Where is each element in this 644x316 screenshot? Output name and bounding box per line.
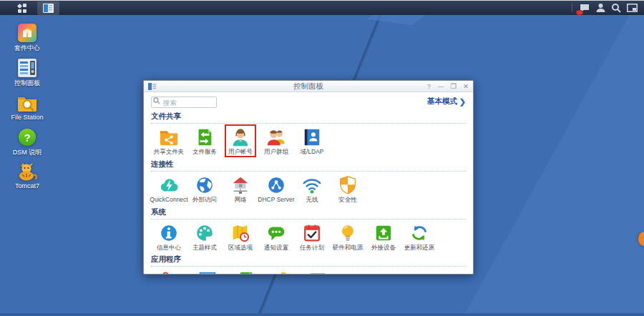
- search-button[interactable]: [610, 1, 623, 14]
- search-field-wrap: [151, 95, 217, 109]
- background-bottom-strip: [0, 313, 644, 316]
- section-title-connectivity: 连接性: [151, 157, 466, 172]
- window-controls: ? — ❐ ✕: [427, 81, 469, 92]
- file-station-icon: [17, 94, 37, 112]
- desktop-icon-label: DSM 说明: [13, 148, 42, 157]
- user-menu-button[interactable]: [594, 1, 607, 14]
- search-icon: [611, 3, 621, 13]
- desktop-icon-label: File Station: [11, 114, 43, 121]
- cp-item-shared-folder-sync[interactable]: 共享文件夹同步: [264, 270, 300, 274]
- privileges-icon: [159, 270, 179, 274]
- search-input[interactable]: [151, 97, 217, 108]
- desktop-icon-label: Tomcat7: [15, 182, 39, 189]
- cp-item-application-portal[interactable]: Synology 应用程序门户: [187, 270, 228, 274]
- cp-item-label: 硬件和电源: [333, 245, 364, 252]
- domain-ldap-icon: [302, 127, 322, 147]
- section-row-applications: 权限 Synology 应用程序门户: [151, 267, 466, 274]
- cp-item-network[interactable]: 网络: [223, 175, 258, 204]
- cp-item-label: 外接设备: [371, 245, 396, 252]
- cp-item-index-service[interactable]: 索引服务: [228, 270, 264, 274]
- cp-item-label: 区域选项: [228, 245, 253, 252]
- taskbar-tray: [572, 1, 644, 14]
- notifications-button[interactable]: [578, 1, 591, 14]
- cp-item-shared-folder[interactable]: 共享文件夹: [151, 127, 187, 156]
- cp-item-task-scheduler[interactable]: 任务计划: [294, 223, 330, 252]
- section-row-system: 信息中心 主题样式: [151, 219, 466, 253]
- control-panel-window: 控制面板 ? — ❐ ✕ 基本模式 ❯ 文件共享: [143, 80, 474, 275]
- tomcat-icon: [16, 162, 38, 181]
- cp-item-quickconnect[interactable]: QuickConnect: [151, 175, 187, 204]
- cp-item-domain-ldap[interactable]: 域/LDAP: [294, 127, 330, 156]
- control-panel-body: 文件共享 共享文件夹: [144, 109, 473, 274]
- svg-text:?: ?: [24, 132, 30, 144]
- cp-item-user-account[interactable]: 用户帐号: [223, 127, 258, 156]
- package-center-icon: [18, 24, 36, 42]
- desktop-icon-package-center[interactable]: 套件中心: [4, 24, 50, 53]
- task-scheduler-icon: [302, 223, 322, 243]
- shared-folder-icon: [159, 127, 179, 147]
- external-devices-icon: [374, 223, 394, 243]
- cp-item-update-restore[interactable]: 更新和还原: [401, 223, 437, 252]
- theme-icon: [195, 223, 215, 243]
- cp-item-user-group[interactable]: 用户群组: [258, 127, 294, 156]
- search-icon: [153, 97, 160, 104]
- main-menu-button[interactable]: [11, 1, 33, 16]
- pilot-view-button[interactable]: [625, 1, 638, 14]
- minimize-button[interactable]: —: [437, 81, 444, 92]
- chevron-right-icon: ❯: [459, 97, 466, 107]
- cp-item-security[interactable]: 安全性: [330, 175, 366, 204]
- security-icon: [338, 175, 358, 195]
- control-panel-window-icon: [43, 4, 54, 13]
- cp-item-label: 共享文件夹: [154, 149, 185, 156]
- terminal-snmp-icon: >_: [308, 270, 328, 274]
- section-row-file-sharing: 共享文件夹 文件服务: [151, 124, 466, 157]
- file-services-icon: [195, 127, 215, 147]
- update-restore-icon: [409, 223, 429, 243]
- window-titlebar[interactable]: 控制面板 ? — ❐ ✕: [144, 81, 473, 92]
- basic-mode-label: 基本模式: [427, 97, 457, 107]
- notification-badge: [576, 10, 583, 15]
- section-title-file-sharing: 文件共享: [151, 109, 466, 124]
- control-panel-icon: [18, 59, 36, 77]
- desktop-icon-file-station[interactable]: File Station: [4, 94, 50, 121]
- section-title-system: 系统: [151, 205, 466, 219]
- cp-item-wireless[interactable]: 无线: [294, 175, 330, 204]
- cp-item-info-center[interactable]: 信息中心: [151, 223, 187, 252]
- desktop-icon-label: 套件中心: [14, 44, 40, 53]
- cp-item-file-services[interactable]: 文件服务: [187, 127, 223, 156]
- cp-item-label: DHCP Server: [258, 197, 294, 204]
- info-center-icon: [159, 223, 179, 243]
- basic-mode-link[interactable]: 基本模式 ❯: [427, 97, 466, 107]
- desktop-icon-control-panel[interactable]: 控制面板: [4, 59, 50, 88]
- cp-item-notification-settings[interactable]: 通知设置: [258, 223, 294, 252]
- help-button[interactable]: ?: [427, 81, 431, 92]
- desktop-icon-dsm-help[interactable]: ? DSM 说明: [4, 128, 50, 157]
- cp-item-privileges[interactable]: 权限: [151, 270, 187, 274]
- external-access-icon: [195, 175, 215, 195]
- desktop: 套件中心 控制面板 File Station: [0, 0, 644, 316]
- control-panel-toolbar: 基本模式 ❯: [144, 92, 473, 109]
- taskbar: [0, 0, 644, 15]
- cp-item-dhcp-server[interactable]: DHCP Server: [258, 175, 294, 204]
- cp-item-hardware-power[interactable]: 硬件和电源: [330, 223, 366, 252]
- hardware-power-icon: [338, 223, 358, 243]
- desktop-icon-tomcat7[interactable]: Tomcat7: [4, 162, 50, 189]
- cp-item-label: 任务计划: [300, 245, 324, 252]
- application-portal-icon: [197, 270, 218, 274]
- wireless-icon: [302, 175, 322, 195]
- user-account-icon: [230, 127, 250, 147]
- cp-item-external-access[interactable]: 外部访问: [187, 175, 223, 204]
- cp-item-theme[interactable]: 主题样式: [187, 223, 223, 252]
- maximize-button[interactable]: ❐: [451, 81, 457, 92]
- cp-item-label: QuickConnect: [150, 197, 187, 204]
- taskbar-open-app-control-panel[interactable]: [37, 1, 59, 15]
- user-icon: [596, 3, 605, 13]
- close-button[interactable]: ✕: [463, 81, 469, 92]
- cp-item-terminal-snmp[interactable]: >_ 终端机和 SNMP: [300, 270, 336, 274]
- index-service-icon: [236, 270, 256, 274]
- cp-item-regional-options[interactable]: 区域选项: [223, 223, 258, 252]
- cp-item-external-devices[interactable]: 外接设备: [366, 223, 401, 252]
- window-title: 控制面板: [144, 82, 473, 92]
- cp-item-label: 网络: [235, 197, 247, 204]
- quickconnect-icon: [159, 175, 179, 195]
